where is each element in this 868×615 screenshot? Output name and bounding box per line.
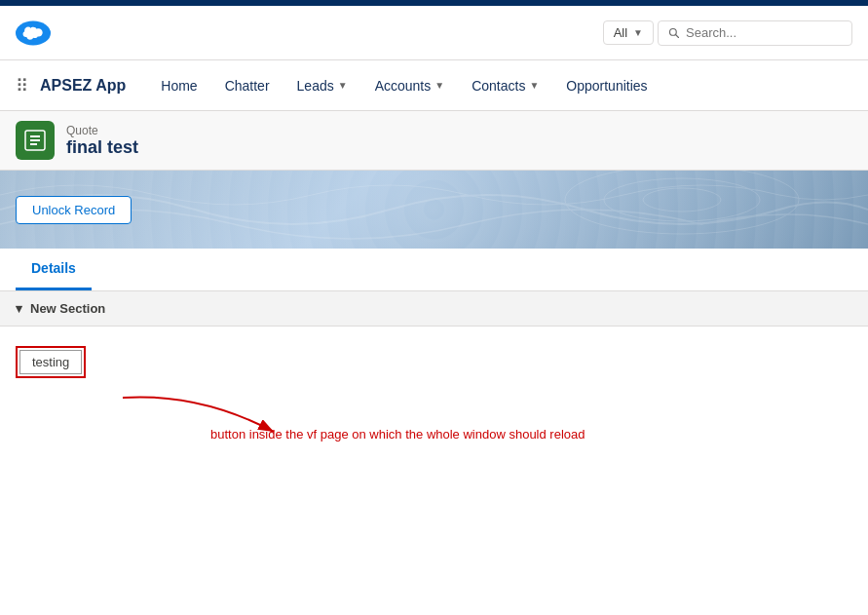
section-header[interactable]: ▾ New Section <box>0 291 868 327</box>
unlock-record-button[interactable]: Unlock Record <box>16 196 132 224</box>
vf-button-container: testing <box>16 346 86 378</box>
search-input[interactable] <box>686 25 842 40</box>
contacts-chevron-icon: ▼ <box>529 80 539 91</box>
search-icon <box>668 25 680 41</box>
content-area: Details ▾ New Section testing button ins… <box>0 249 868 615</box>
accounts-chevron-icon: ▼ <box>434 80 444 91</box>
dropdown-chevron-icon: ▼ <box>633 27 643 38</box>
quote-title: final test <box>66 137 138 158</box>
section-collapse-icon: ▾ <box>16 301 22 316</box>
search-input-wrap <box>658 20 852 46</box>
nav-item-home-label: Home <box>161 78 197 94</box>
section-title: New Section <box>30 301 105 316</box>
app-header: All ▼ <box>0 6 868 60</box>
nav-item-accounts[interactable]: Accounts ▼ <box>363 60 457 111</box>
nav-item-opportunities[interactable]: Opportunities <box>554 60 659 111</box>
tab-details-label: Details <box>31 260 76 276</box>
nav-item-contacts[interactable]: Contacts ▼ <box>460 60 550 111</box>
nav-item-accounts-label: Accounts <box>375 78 432 94</box>
tab-details[interactable]: Details <box>16 249 92 290</box>
nav-item-leads[interactable]: Leads ▼ <box>285 60 359 111</box>
svg-line-2 <box>676 34 679 37</box>
app-name: APSEZ App <box>40 77 126 95</box>
quote-icon <box>16 121 55 160</box>
quote-info: Quote final test <box>66 124 138 158</box>
nav-bar: ⠿ APSEZ App Home Chatter Leads ▼ Account… <box>0 60 868 111</box>
nav-item-opportunities-label: Opportunities <box>566 78 647 94</box>
search-area: All ▼ <box>603 20 852 46</box>
all-label: All <box>614 25 627 40</box>
annotation-text: button inside the vf page on which the w… <box>210 427 585 442</box>
nav-item-contacts-label: Contacts <box>472 78 525 94</box>
svg-point-4 <box>604 178 760 221</box>
salesforce-logo <box>16 16 51 51</box>
nav-item-chatter[interactable]: Chatter <box>213 60 282 111</box>
nav-item-leads-label: Leads <box>297 78 334 94</box>
section-body: testing button inside the vf page on whi… <box>0 327 868 521</box>
annotation-area: button inside the vf page on which the w… <box>16 388 852 466</box>
nav-item-home[interactable]: Home <box>149 60 208 111</box>
tabs-bar: Details <box>0 249 868 291</box>
app-grid-icon[interactable]: ⠿ <box>16 75 28 96</box>
banner-band: Unlock Record <box>0 171 868 249</box>
nav-item-chatter-label: Chatter <box>225 78 270 94</box>
testing-button[interactable]: testing <box>19 350 82 374</box>
quote-label: Quote <box>66 124 138 137</box>
svg-point-5 <box>643 188 721 211</box>
quote-header: Quote final test <box>0 111 868 171</box>
search-all-dropdown[interactable]: All ▼ <box>603 20 654 45</box>
leads-chevron-icon: ▼ <box>338 80 348 91</box>
